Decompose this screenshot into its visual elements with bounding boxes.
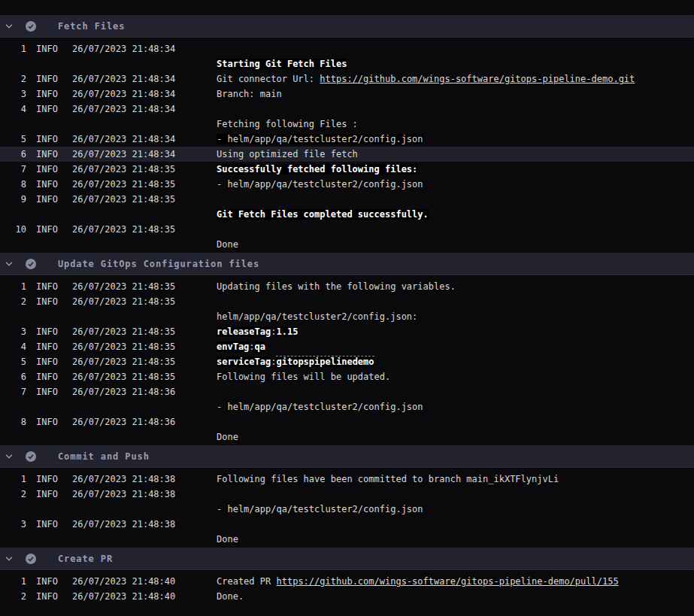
line-number: 8	[0, 177, 26, 192]
log-level: INFO	[26, 517, 72, 532]
log-text-segment: gitopspipelinedemo	[276, 356, 374, 367]
log-message: Branch: main	[217, 86, 694, 102]
log-row: 2INFO26/07/2023 21:48:35	[0, 294, 694, 309]
log-timestamp: 26/07/2023 21:48:36	[72, 384, 217, 399]
log-timestamp: 26/07/2023 21:48:34	[72, 41, 217, 56]
line-number	[0, 207, 26, 222]
chevron-down-icon[interactable]	[5, 554, 14, 563]
log-link[interactable]: https://github.com/wings-software/gitops…	[276, 576, 618, 587]
log-text-segment: - helm/app/qa/testcluster2/config.json	[217, 134, 423, 144]
log-message: Following files have been committed to b…	[217, 472, 694, 487]
log-section-create-pr: Create PR1INFO26/07/2023 21:48:40Created…	[0, 548, 694, 605]
log-message	[217, 487, 694, 502]
line-number: 5	[0, 132, 26, 147]
line-number: 10	[0, 222, 26, 237]
log-row: 1INFO26/07/2023 21:48:35Updating files w…	[0, 279, 694, 294]
log-message	[217, 222, 694, 237]
line-number: 2	[0, 487, 26, 502]
console: Fetch Files1INFO26/07/2023 21:48:34Start…	[0, 0, 694, 605]
log-level: INFO	[26, 472, 72, 487]
log-message: Successfully fetched following files:	[217, 162, 694, 177]
log-timestamp	[72, 502, 217, 517]
log-message: Using optimized file fetch	[217, 147, 694, 162]
check-circle-icon	[26, 21, 36, 32]
log-timestamp: 26/07/2023 21:48:36	[72, 414, 217, 429]
line-number	[0, 532, 26, 547]
log-message: serviceTag:gitopspipelinedemo	[217, 354, 694, 369]
log-message: Done	[217, 429, 694, 445]
log-text-segment: helm/app/qa/testcluster2/config.json:	[217, 311, 417, 322]
log-timestamp: 26/07/2023 21:48:35	[72, 324, 217, 339]
log-message: helm/app/qa/testcluster2/config.json:	[217, 309, 694, 324]
log-level	[26, 56, 72, 71]
log-level: INFO	[26, 324, 72, 339]
line-number: 7	[0, 384, 26, 399]
section-header[interactable]: Fetch Files	[0, 15, 694, 38]
log-level: INFO	[26, 177, 72, 192]
log-level	[26, 532, 72, 547]
log-row: 10INFO26/07/2023 21:48:35	[0, 222, 694, 237]
line-number	[0, 399, 26, 414]
log-level: INFO	[26, 339, 72, 354]
log-text-segment: 1.15	[276, 326, 298, 337]
log-section-update-gitops-configuration-files: Update GitOps Configuration files1INFO26…	[0, 253, 694, 445]
line-number: 7	[0, 162, 26, 177]
log-message: Done.	[217, 589, 694, 604]
log-timestamp: 26/07/2023 21:48:38	[72, 472, 217, 487]
log-message: Done	[217, 237, 694, 252]
chevron-down-icon[interactable]	[5, 22, 14, 31]
check-circle-icon	[26, 259, 36, 269]
log-timestamp: 26/07/2023 21:48:38	[72, 487, 217, 502]
log-level: INFO	[26, 147, 72, 162]
line-number: 3	[0, 517, 26, 532]
section-title: Commit and Push	[58, 451, 150, 462]
log-row: 5INFO26/07/2023 21:48:34- helm/app/qa/te…	[0, 132, 694, 147]
log-row: Git Fetch Files completed successfully.	[0, 207, 694, 222]
log-level: INFO	[26, 162, 72, 177]
log-text-segment: Done	[217, 239, 238, 250]
line-number: 8	[0, 414, 26, 429]
log-row: 2INFO26/07/2023 21:48:40Done.	[0, 589, 694, 604]
log-row: 3INFO26/07/2023 21:48:35releaseTag:1.15	[0, 324, 694, 339]
log-timestamp: 26/07/2023 21:48:34	[72, 147, 217, 162]
log-level: INFO	[26, 71, 72, 86]
log-message: - helm/app/qa/testcluster2/config.json	[217, 502, 694, 517]
log-link[interactable]: https://github.com/wings-software/gitops…	[320, 74, 635, 84]
log-text-segment: Done	[217, 534, 238, 545]
log-timestamp: 26/07/2023 21:48:35	[72, 162, 217, 177]
log-section-commit-and-push: Commit and Push1INFO26/07/2023 21:48:38F…	[0, 445, 694, 548]
log-level	[26, 502, 72, 517]
log-level: INFO	[26, 192, 72, 207]
line-number	[0, 56, 26, 71]
chevron-down-icon[interactable]	[5, 452, 14, 461]
log-timestamp	[72, 117, 217, 132]
log-message: - helm/app/qa/testcluster2/config.json	[217, 177, 694, 192]
log-row: Done	[0, 237, 694, 252]
log-message	[217, 41, 694, 56]
section-header[interactable]: Commit and Push	[0, 445, 694, 468]
log-level: INFO	[26, 414, 72, 429]
log-level: INFO	[26, 354, 72, 369]
log-level	[26, 309, 72, 324]
line-number: 3	[0, 86, 26, 102]
section-title: Create PR	[58, 554, 113, 564]
log-row: Done	[0, 429, 694, 445]
log-row: helm/app/qa/testcluster2/config.json:	[0, 309, 694, 324]
log-row: Starting Git Fetch Files	[0, 56, 694, 71]
log-level: INFO	[26, 102, 72, 117]
log-message: Following files will be updated.	[217, 369, 694, 384]
log-text-segment: Using optimized file fetch	[217, 149, 358, 159]
chevron-down-icon[interactable]	[5, 259, 14, 269]
log-timestamp: 26/07/2023 21:48:35	[72, 294, 217, 309]
log-row: 2INFO26/07/2023 21:48:38	[0, 487, 694, 502]
line-number: 1	[0, 41, 26, 56]
log-row: 2INFO26/07/2023 21:48:34Git connector Ur…	[0, 71, 694, 86]
section-header[interactable]: Create PR	[0, 548, 694, 570]
log-text-segment: Done	[217, 432, 238, 442]
log-message	[217, 294, 694, 309]
log-timestamp	[72, 309, 217, 324]
log-text-segment: Successfully fetched following files:	[217, 164, 417, 174]
log-level	[26, 429, 72, 445]
log-timestamp	[72, 399, 217, 414]
section-header[interactable]: Update GitOps Configuration files	[0, 253, 694, 275]
